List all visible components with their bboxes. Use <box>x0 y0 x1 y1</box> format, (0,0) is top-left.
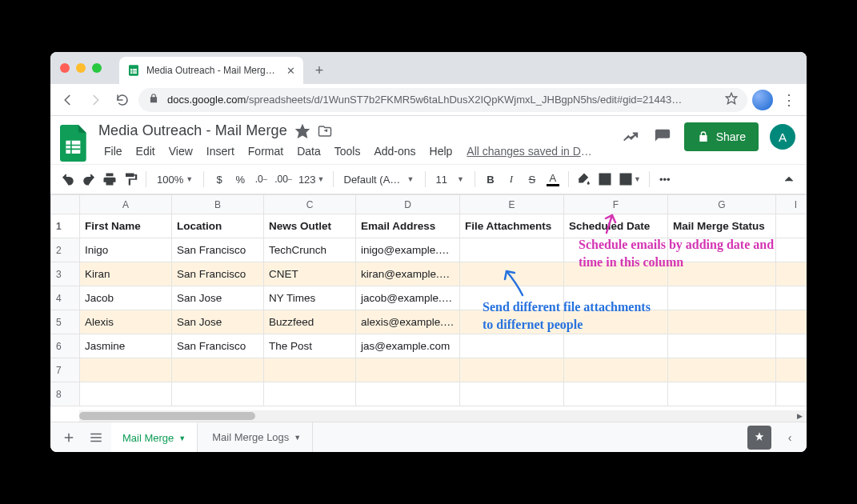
cell[interactable]: alexis@example.com <box>356 310 460 334</box>
back-button[interactable] <box>57 89 79 111</box>
cell[interactable] <box>564 310 668 334</box>
collapse-toolbar-button[interactable] <box>779 169 799 190</box>
cell[interactable]: Email Address <box>356 214 460 238</box>
cell[interactable]: TechCrunch <box>264 238 356 262</box>
cell[interactable]: jas@example.com <box>356 334 460 358</box>
move-document-icon[interactable] <box>318 124 332 138</box>
cell[interactable] <box>776 358 807 382</box>
cell[interactable]: File Attachments <box>460 214 564 238</box>
cell[interactable] <box>172 358 264 382</box>
italic-button[interactable]: I <box>502 169 521 190</box>
activity-icon[interactable] <box>620 126 641 147</box>
strikethrough-button[interactable]: S <box>523 169 542 190</box>
redo-button[interactable] <box>79 169 98 190</box>
document-title[interactable]: Media Outreach - Mail Merge <box>98 122 287 139</box>
cell[interactable] <box>776 238 807 262</box>
menu-tools[interactable]: Tools <box>329 142 366 161</box>
close-tab-icon[interactable]: ✕ <box>286 65 295 77</box>
bold-button[interactable]: B <box>481 169 500 190</box>
new-tab-button[interactable]: + <box>308 59 330 82</box>
chrome-menu-button[interactable]: ⋮ <box>778 91 800 109</box>
menu-data[interactable]: Data <box>291 142 326 161</box>
cell[interactable]: The Post <box>264 334 356 358</box>
more-toolbar-button[interactable]: ••• <box>655 169 675 190</box>
cell[interactable]: First Name <box>80 214 172 238</box>
cell[interactable] <box>776 334 807 358</box>
cell[interactable] <box>668 286 776 310</box>
col-header-i[interactable]: I <box>776 195 807 214</box>
cell[interactable] <box>80 382 172 406</box>
cell[interactable] <box>776 310 807 334</box>
scroll-right-button[interactable]: ▶ <box>792 410 807 422</box>
cell[interactable] <box>668 382 776 406</box>
percent-button[interactable]: % <box>230 169 250 190</box>
cell[interactable]: San Jose <box>172 286 264 310</box>
add-sheet-button[interactable] <box>57 426 81 450</box>
row-header[interactable]: 1 <box>51 214 80 238</box>
all-sheets-button[interactable] <box>84 426 108 450</box>
menu-view[interactable]: View <box>163 142 198 161</box>
increase-decimal-button[interactable]: .00_ <box>272 169 294 190</box>
zoom-selector[interactable]: 100%▼ <box>152 174 198 186</box>
cell[interactable] <box>776 382 807 406</box>
col-header-c[interactable]: C <box>264 195 356 214</box>
decrease-decimal-button[interactable]: .0_ <box>251 169 270 190</box>
bookmark-star-icon[interactable] <box>725 92 738 107</box>
sheet-tab-mail-merge-logs[interactable]: Mail Merge Logs▼ <box>201 422 313 452</box>
more-formats-button[interactable]: 123▼ <box>296 169 327 190</box>
undo-button[interactable] <box>58 169 78 190</box>
save-status[interactable]: All changes saved in Dri… <box>467 145 595 158</box>
col-header-b[interactable]: B <box>172 195 264 214</box>
borders-button[interactable] <box>595 169 615 190</box>
side-panel-toggle[interactable]: ‹ <box>779 431 800 444</box>
cell[interactable]: Jacob <box>80 286 172 310</box>
cell[interactable] <box>80 358 172 382</box>
text-color-button[interactable]: A <box>543 169 563 190</box>
cell[interactable]: San Francisco <box>172 238 264 262</box>
reload-button[interactable] <box>111 89 134 111</box>
cell[interactable]: Inigo <box>80 238 172 262</box>
row-header[interactable]: 2 <box>51 238 80 262</box>
cell[interactable] <box>172 382 264 406</box>
fill-color-button[interactable] <box>575 169 594 190</box>
explore-button[interactable] <box>747 426 771 450</box>
cell[interactable] <box>460 262 564 286</box>
horizontal-scrollbar[interactable] <box>79 410 792 422</box>
cell[interactable]: kiran@example.com <box>356 262 460 286</box>
cell[interactable] <box>460 334 564 358</box>
star-document-icon[interactable] <box>295 124 310 138</box>
cell[interactable]: Jasmine <box>80 334 172 358</box>
window-minimize-button[interactable] <box>76 63 86 73</box>
cell[interactable] <box>264 358 356 382</box>
col-header-a[interactable]: A <box>80 195 172 214</box>
font-size-selector[interactable]: 11▼ <box>431 174 469 186</box>
cell[interactable]: News Outlet <box>264 214 356 238</box>
cell[interactable] <box>564 358 668 382</box>
spreadsheet-grid[interactable]: A B C D E F G I 1 First Name Location Ne… <box>50 194 807 422</box>
sheet-tab-mail-merge[interactable]: Mail Merge▼ <box>111 422 198 452</box>
cell[interactable]: Mail Merge Status <box>668 214 776 238</box>
browser-tab[interactable]: Media Outreach - Mail Merge - G ✕ <box>119 57 303 84</box>
cell[interactable]: San Francisco <box>172 334 264 358</box>
col-header-g[interactable]: G <box>668 195 776 214</box>
cell[interactable]: CNET <box>264 262 356 286</box>
cell[interactable] <box>668 262 776 286</box>
row-header[interactable]: 4 <box>51 286 80 310</box>
row-header[interactable]: 8 <box>51 382 80 406</box>
cell[interactable] <box>460 310 564 334</box>
col-header-f[interactable]: F <box>564 195 668 214</box>
font-selector[interactable]: Default (Ari…▼ <box>339 174 419 186</box>
comments-icon[interactable] <box>652 126 673 147</box>
account-avatar[interactable]: A <box>770 124 795 150</box>
sheets-logo-icon[interactable] <box>58 122 90 164</box>
row-header[interactable]: 6 <box>51 334 80 358</box>
cell[interactable]: San Jose <box>172 310 264 334</box>
menu-file[interactable]: File <box>98 142 128 161</box>
currency-button[interactable]: $ <box>210 169 229 190</box>
cell[interactable] <box>356 358 460 382</box>
cell[interactable] <box>776 286 807 310</box>
window-zoom-button[interactable] <box>92 63 102 73</box>
menu-edit[interactable]: Edit <box>130 142 161 161</box>
cell[interactable] <box>776 262 807 286</box>
cell[interactable] <box>668 310 776 334</box>
